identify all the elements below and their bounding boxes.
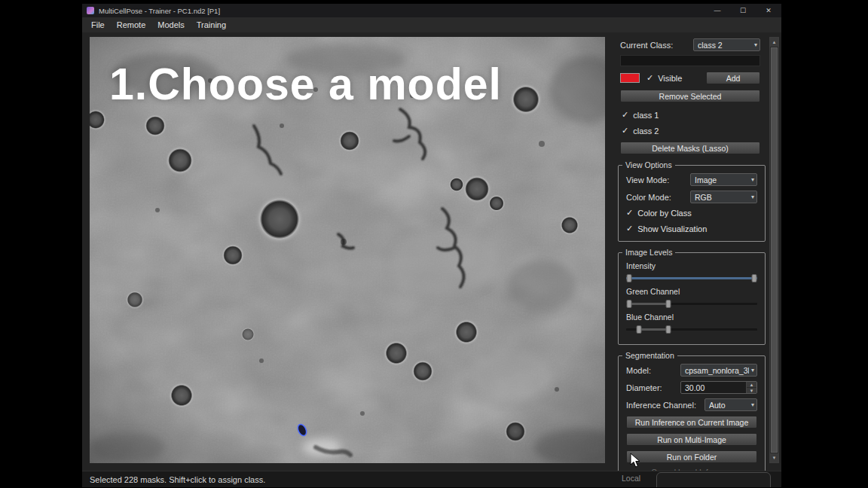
local-label: Local (622, 474, 640, 483)
menu-file[interactable]: File (85, 17, 111, 32)
run-multi-image-button[interactable]: Run on Multi-Image (626, 433, 757, 446)
run-on-folder-button[interactable]: Run on Folder (626, 450, 757, 463)
app-window: MultiCellPose - Trainer - PC1.nd2 [P1] —… (81, 3, 782, 488)
title-bar: MultiCellPose - Trainer - PC1.nd2 [P1] —… (82, 4, 781, 17)
spin-up-icon[interactable]: ▲ (747, 382, 756, 388)
slider-handle-low[interactable] (637, 325, 642, 334)
class-item-label: class 1 (633, 111, 659, 120)
current-class-row: Current Class: class 2 ▾ (620, 38, 760, 51)
color-mode-label: Color Mode: (626, 193, 671, 202)
control-panel: Current Class: class 2 ▾ ✓ Visible Add R… (613, 32, 768, 471)
menu-models[interactable]: Models (151, 17, 190, 32)
menu-bar: File Remote Models Training (82, 17, 781, 33)
current-class-value: class 2 (698, 41, 752, 50)
inference-channel-label: Inference Channel: (626, 401, 696, 410)
image-levels-title: Image Levels (622, 248, 675, 257)
run-inference-current-button[interactable]: Run Inference on Current Image (626, 416, 757, 429)
overlay-caption: 1.Choose a model (109, 63, 502, 107)
current-class-label: Current Class: (620, 41, 673, 50)
minimize-button[interactable]: — (704, 4, 730, 17)
slider-handle-high[interactable] (752, 274, 757, 282)
show-visualization-checkbox[interactable]: ✓ Show Visualization (626, 224, 757, 233)
spin-down-icon[interactable]: ▼ (747, 388, 756, 393)
image-canvas[interactable]: 1.Choose a model (90, 37, 605, 463)
check-icon: ✓ (646, 73, 653, 83)
check-icon: ✓ (626, 224, 633, 233)
slider-handle-low[interactable] (627, 274, 632, 282)
view-mode-row: View Mode: Image ▾ (626, 173, 757, 186)
slider-handle-high[interactable] (665, 300, 671, 308)
local-box[interactable] (656, 472, 771, 488)
slider-handle-high[interactable] (665, 325, 671, 334)
view-mode-label: View Mode: (626, 175, 669, 185)
diameter-value: 30.00 (681, 382, 746, 393)
inference-channel-dropdown[interactable]: Auto ▾ (704, 398, 757, 411)
chevron-down-icon: ▾ (749, 194, 754, 200)
intensity-slider[interactable] (626, 273, 757, 283)
panel-scrollbar[interactable]: ▲ ▼ (769, 37, 779, 463)
green-channel-label: Green Channel (626, 287, 757, 296)
view-options-title: View Options (622, 160, 675, 169)
spinner-arrows[interactable]: ▲ ▼ (746, 382, 756, 393)
scroll-down-icon[interactable]: ▼ (770, 453, 778, 462)
slider-selection (628, 303, 668, 305)
new-class-input[interactable] (620, 55, 760, 66)
model-row: Model: cpsam_nonlora_3bs_c ▾ (626, 364, 757, 377)
window-title: MultiCellPose - Trainer - PC1.nd2 [P1] (99, 7, 704, 15)
view-mode-value: Image (695, 175, 749, 185)
remove-selected-button[interactable]: Remove Selected (620, 90, 760, 102)
color-mode-value: RGB (695, 193, 749, 202)
chevron-down-icon: ▾ (749, 367, 754, 374)
close-button[interactable]: ✕ (756, 4, 781, 17)
model-label: Model: (626, 366, 651, 375)
intensity-label: Intensity (626, 261, 757, 270)
current-class-dropdown[interactable]: class 2 ▾ (693, 38, 760, 51)
main-content: 1.Choose a model Current Class: class 2 … (82, 32, 781, 471)
visible-label: Visible (658, 74, 682, 83)
model-value: cpsam_nonlora_3bs_c (685, 366, 749, 375)
diameter-row: Diameter: 30.00 ▲ ▼ (626, 381, 757, 394)
status-text: Selected 228 masks. Shift+click to assig… (90, 475, 265, 484)
local-row: Local (613, 469, 782, 487)
menu-remote[interactable]: Remote (111, 17, 152, 32)
view-options-group: View Options View Mode: Image ▾ Color Mo… (618, 165, 766, 242)
slider-selection (639, 328, 668, 331)
diameter-label: Diameter: (626, 383, 662, 392)
visible-checkbox[interactable]: ✓ Visible (646, 73, 682, 83)
chevron-down-icon: ▾ (749, 176, 754, 183)
show-visualization-label: Show Visualization (637, 224, 707, 233)
class-list-item[interactable]: ✓ class 1 (620, 107, 760, 123)
blue-channel-label: Blue Channel (626, 313, 757, 322)
blue-channel-slider[interactable] (626, 325, 757, 334)
color-mode-dropdown[interactable]: RGB ▾ (690, 191, 757, 203)
diameter-spinner[interactable]: 30.00 ▲ ▼ (680, 381, 757, 394)
inference-channel-value: Auto (709, 401, 749, 410)
class-item-label: class 2 (633, 127, 659, 136)
maximize-button[interactable]: ☐ (730, 4, 756, 17)
scrollbar-thumb[interactable] (771, 47, 778, 453)
segmentation-title: Segmentation (622, 351, 677, 360)
class-list-item[interactable]: ✓ class 2 (620, 123, 760, 139)
check-icon: ✓ (622, 126, 628, 136)
check-icon: ✓ (626, 208, 633, 218)
view-mode-dropdown[interactable]: Image ▾ (690, 173, 757, 186)
chevron-down-icon: ▾ (752, 41, 757, 48)
image-levels-group: Image Levels Intensity Green Channel Blu… (618, 252, 766, 345)
mouse-cursor (630, 453, 641, 468)
color-by-class-checkbox[interactable]: ✓ Color by Class (626, 208, 757, 218)
scroll-up-icon[interactable]: ▲ (770, 38, 778, 47)
menu-training[interactable]: Training (191, 17, 232, 32)
class-color-swatch[interactable] (620, 73, 640, 83)
check-icon: ✓ (622, 110, 628, 120)
color-by-class-label: Color by Class (637, 209, 692, 218)
window-controls: — ☐ ✕ (704, 4, 781, 17)
slider-selection (626, 277, 757, 279)
add-class-button[interactable]: Add (706, 72, 760, 84)
class-tools-row: ✓ Visible Add (620, 72, 760, 84)
chevron-down-icon: ▾ (749, 401, 754, 408)
inference-channel-row: Inference Channel: Auto ▾ (626, 398, 757, 411)
slider-handle-low[interactable] (627, 300, 632, 308)
green-channel-slider[interactable] (626, 299, 757, 309)
delete-masks-button[interactable]: Delete Masks (Lasso) (620, 142, 760, 154)
model-dropdown[interactable]: cpsam_nonlora_3bs_c ▾ (680, 364, 757, 377)
